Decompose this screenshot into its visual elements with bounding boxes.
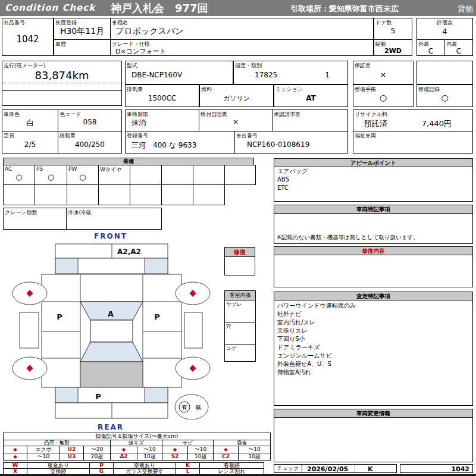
legend-code-u3: U3: [60, 453, 84, 461]
assessment-line: 下回りS小: [274, 335, 472, 343]
spare-tire-indicator: [175, 394, 208, 419]
maintenance-book-box: 整備手帳 ○: [353, 84, 414, 107]
front-left-corner: [55, 258, 78, 274]
transmission-box: ミッション AT: [274, 84, 348, 107]
equipment-cell-empty: [35, 184, 67, 205]
recycle-fee-label: リサイクル料: [355, 111, 387, 118]
odometer-box: 走行(現メーター) 83,874km: [2, 61, 122, 91]
model-name-box: 車種名 プロボックスバン: [110, 18, 374, 40]
cabin-lining-box: 客室内張 ヤブレ 穴 コゲ: [224, 290, 256, 362]
assessment-line: パワーウインドウ運転席のみ: [274, 302, 472, 310]
repair-flag-title: 修復: [225, 248, 255, 257]
assessment-line: 室内汚れ/スレ: [274, 318, 472, 327]
check-inspector-value: K: [368, 465, 373, 473]
warranty-box: 保証書 ×: [353, 61, 414, 84]
top-header-bar: Condition Check 神戸入札会 977回 引取場所：愛知県弥富市西末…: [0, 0, 476, 16]
vehicle-notes-disclaimer: ※記載のない書類・機器等は無しとして取り扱います。: [277, 234, 419, 242]
equipment-cell-empty: [130, 165, 162, 185]
equipment-pw-label: PW: [68, 166, 77, 172]
model-code-box: 型式 DBE-NCP160V: [125, 61, 233, 84]
exterior-grade-value: C: [417, 47, 444, 55]
odometer-divider: [2, 83, 121, 83]
recycle-fee-value: 7,440円: [422, 118, 452, 129]
insurance-box: 検付自賠責 ×: [199, 109, 273, 131]
cargo-area: [80, 362, 143, 387]
front-bumper-damage-note: A2,A2: [117, 248, 141, 256]
inspection-expiry-box: 車検期限 抹消: [125, 109, 199, 131]
condition-check-logo: Condition Check: [5, 2, 95, 13]
doors-value: 5: [374, 27, 412, 35]
body-color-box: 車体色 白: [2, 109, 58, 131]
fuel-value: ガソリン: [200, 94, 273, 103]
assessment-notes-panel: 査定特記事項 パワーウインドウ運転席のみ 社外ナビ 室内汚れ/スレ 天張りスレ …: [274, 292, 473, 406]
appeal-line: ABS: [274, 176, 472, 184]
equipment-cell-wtire: Wタイヤ: [98, 165, 130, 185]
capacity-value: 2/5: [2, 140, 58, 149]
score-value: 4: [417, 27, 472, 36]
color-code-value: 058: [58, 118, 121, 126]
odometer-value: 83,874km: [2, 69, 121, 82]
left-door-damage-note: P: [57, 312, 62, 321]
color-code-box: 色コード 058: [58, 109, 122, 131]
rear-label: REAR: [75, 423, 146, 431]
model-code-value: DBE-NCP160V: [131, 71, 182, 79]
exterior-grade-box: 外装 C: [416, 39, 445, 56]
vehicle-change-panel: 車両変更情報: [274, 409, 473, 462]
interior-grade-box: 内装 C: [444, 39, 473, 56]
score-box: 評価点 4: [416, 18, 473, 40]
assessment-line: 社外ナビ: [274, 310, 472, 318]
legend-cell: 〜10: [27, 453, 60, 461]
damage-marker-icon: ◆: [3, 453, 27, 461]
reefer-label: 冷凍/冷蔵: [68, 209, 91, 217]
legend-cell: 10超: [137, 453, 162, 461]
doors-label: ドア数: [375, 19, 392, 27]
score-label: 評価点: [417, 19, 472, 27]
assessment-line: 天張りスレ: [274, 327, 472, 335]
displacement-box: 排気量 1500CC: [125, 84, 199, 107]
warranty-value: ×: [353, 70, 413, 79]
equipment-cell-empty: [193, 184, 225, 205]
check-date-box: 2026/02/05 K: [302, 464, 397, 473]
drive-value: 2WD: [374, 47, 412, 55]
auction-title: 神戸入札会 977回: [111, 1, 208, 15]
chassis-number-box: 車台番号 NCP160-0108619: [234, 131, 348, 154]
drive-box: 駆動 2WD: [374, 39, 412, 56]
history-label: 車歴: [55, 40, 66, 48]
equipment-cell-empty: [224, 165, 256, 185]
model-name-value: プロボックスバン: [115, 26, 184, 37]
vehicle-category: 貨物: [458, 4, 473, 14]
doors-box: ドア数 5: [374, 18, 412, 40]
assessment-line: 外装色褪せA、U、S: [274, 360, 472, 368]
spare-none-text: 無: [195, 404, 201, 411]
warranty-label: 保証書: [355, 62, 371, 70]
appeal-line: ETC: [274, 184, 472, 192]
rear-right-corner: [145, 387, 168, 403]
equipment-pw-value: ○: [67, 173, 98, 181]
right-side-step: [184, 312, 202, 348]
odometer-extra-box: [2, 90, 122, 106]
assessment-line: エンジンルームサビ: [274, 352, 472, 360]
model-code-label: 型式: [127, 62, 137, 70]
class-number-value: 1: [325, 71, 330, 79]
interior-grade-value: C: [445, 47, 472, 55]
lot-number-box: 出品番号 1042: [2, 18, 54, 56]
front-label: FRONT: [75, 232, 146, 240]
left-side-step: [20, 312, 39, 348]
repair-flag-box: 修復: [224, 247, 255, 275]
equipment-cell-empty: [193, 165, 225, 185]
reefer-box: 冷凍/冷蔵: [66, 208, 162, 230]
pickup-location: 引取場所：愛知県弥富市西末広: [290, 4, 399, 14]
type-number-value: 17825: [255, 71, 277, 79]
check-label: チェック: [274, 464, 302, 473]
load-capacity-value: 400/250: [58, 140, 121, 149]
transmission-value: AT: [274, 94, 347, 102]
assessment-notes-title: 査定特記事項: [274, 292, 472, 300]
equipment-ps-label: PS: [36, 166, 43, 172]
approval-request-box: 承認請求書: [272, 109, 348, 131]
type-class-box: 指定・類別 17825 1: [233, 61, 348, 84]
welfare-vehicle-label: 福祉車両: [355, 132, 376, 140]
equipment-ac-value: ○: [4, 173, 35, 181]
rear-left-corner: [55, 387, 78, 403]
check-date-value: 2026/02/05: [307, 465, 348, 473]
chassis-number-value: NCP160-0108619: [247, 140, 309, 149]
